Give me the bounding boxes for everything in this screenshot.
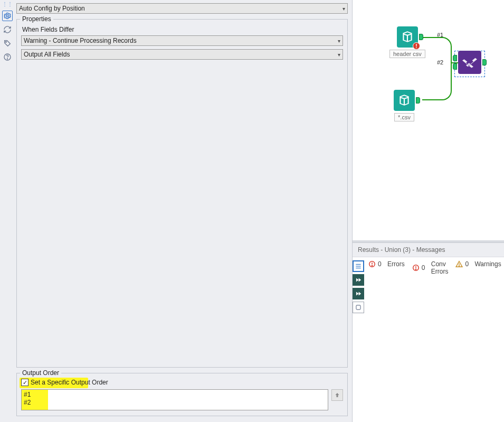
specific-order-checkbox[interactable]: ✓ xyxy=(21,379,28,386)
move-up-button[interactable] xyxy=(331,389,343,401)
specific-order-label: Set a Specific Output Order xyxy=(31,379,108,386)
drag-dots-icon[interactable]: ⋮⋮ xyxy=(2,2,13,7)
chevron-down-icon: ▾ xyxy=(338,38,340,44)
warnings-label: Warnings xyxy=(474,260,501,268)
specific-order-row[interactable]: ✓ Set a Specific Output Order xyxy=(21,379,343,386)
input-node-header-csv[interactable]: ! header csv xyxy=(389,26,425,58)
help-icon[interactable] xyxy=(2,52,13,62)
input-anchor[interactable] xyxy=(453,63,457,70)
svg-point-13 xyxy=(415,269,416,269)
input-tool-icon: ! xyxy=(397,26,418,48)
svg-rect-7 xyxy=(356,305,360,310)
when-fields-differ-label: When Fields Differ xyxy=(22,26,342,33)
chevron-down-icon: ▾ xyxy=(343,6,345,12)
chevron-down-icon: ▾ xyxy=(338,52,340,58)
messages-bar: 0 Errors 0 Conv Errors 0 Warnings xyxy=(364,257,504,422)
svg-point-0 xyxy=(6,15,8,17)
output-anchor[interactable] xyxy=(419,34,423,40)
errors-label: Errors xyxy=(387,260,405,268)
output-order-fieldset: Output Order ✓ Set a Specific Output Ord… xyxy=(16,373,348,416)
list-item[interactable]: #1 xyxy=(24,391,326,399)
output-order-list[interactable]: #1 #2 xyxy=(21,389,328,410)
svg-point-10 xyxy=(372,265,372,266)
app-root: ⋮⋮ Auto Config by Position ▾ Properties … xyxy=(0,0,504,422)
error-icon xyxy=(412,264,420,271)
messages-view-icon[interactable] xyxy=(353,260,364,272)
warnings-value: 0 xyxy=(465,260,469,268)
output-mode-value: Output All Fields xyxy=(24,51,338,58)
results-header: Results - Union (3) - Messages xyxy=(353,243,504,257)
tag-icon[interactable] xyxy=(2,38,13,49)
config-mode-label: Auto Config by Position xyxy=(19,5,343,12)
connection-wire xyxy=(422,63,452,100)
results-panel: Results - Union (3) - Messages xyxy=(353,242,504,422)
properties-spacer xyxy=(21,63,343,362)
conv-errors-count[interactable]: 0 Conv Errors xyxy=(412,260,449,275)
svg-point-3 xyxy=(7,59,7,59)
warnings-count[interactable]: 0 Warnings xyxy=(455,260,501,268)
union-tool-icon xyxy=(458,51,481,74)
output-mode-select[interactable]: Output All Fields ▾ xyxy=(21,49,343,60)
results-view-rail xyxy=(353,257,364,422)
warning-icon xyxy=(455,260,463,268)
port-label-2: #2 xyxy=(437,59,443,65)
input-node-wildcard-csv[interactable]: *.csv xyxy=(394,90,415,121)
config-panel: Auto Config by Position ▾ Properties Whe… xyxy=(14,0,352,422)
input-stream-1-icon[interactable] xyxy=(353,274,364,286)
input-tool-icon xyxy=(394,90,415,111)
conv-errors-value: 0 xyxy=(422,264,425,271)
refresh-icon[interactable] xyxy=(2,24,13,35)
port-label-1: #1 xyxy=(437,32,443,38)
errors-value: 0 xyxy=(378,260,382,268)
error-badge-icon: ! xyxy=(413,42,420,50)
config-mode-select[interactable]: Auto Config by Position ▾ xyxy=(16,3,348,14)
conv-errors-label: Conv Errors xyxy=(431,260,449,275)
union-node[interactable] xyxy=(458,51,481,74)
svg-point-1 xyxy=(5,41,6,42)
when-fields-differ-select[interactable]: Warning - Continue Processing Records ▾ xyxy=(21,35,343,46)
error-icon xyxy=(368,260,376,268)
when-fields-differ-value: Warning - Continue Processing Records xyxy=(24,37,338,44)
input-anchor[interactable] xyxy=(453,55,457,61)
list-item[interactable]: #2 xyxy=(24,399,326,407)
svg-point-15 xyxy=(459,266,460,266)
node-label: *.csv xyxy=(394,113,414,121)
workflow-canvas[interactable]: #1 #2 ! header csv *.csv xyxy=(353,0,504,240)
config-icon-rail: ⋮⋮ xyxy=(0,0,14,422)
node-label: header csv xyxy=(389,50,425,58)
gear-icon[interactable] xyxy=(2,11,13,21)
output-anchor[interactable] xyxy=(482,59,487,65)
input-stream-2-icon[interactable] xyxy=(353,288,364,299)
output-stream-icon[interactable] xyxy=(353,302,364,313)
properties-legend: Properties xyxy=(20,15,53,23)
output-anchor[interactable] xyxy=(416,97,420,104)
output-order-legend: Output Order xyxy=(20,369,61,377)
errors-count[interactable]: 0 Errors xyxy=(368,260,405,268)
properties-fieldset: Properties When Fields Differ Warning - … xyxy=(16,19,348,368)
right-pane: #1 #2 ! header csv *.csv xyxy=(352,0,504,422)
